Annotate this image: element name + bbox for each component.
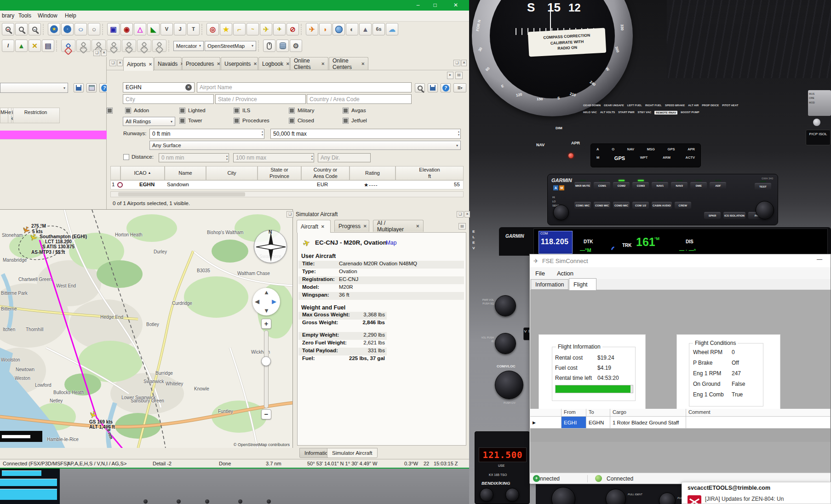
table-button[interactable] (86, 83, 97, 92)
audio-mic-button[interactable]: COM2 MIC (594, 202, 610, 209)
radio-knob[interactable] (606, 489, 626, 504)
close-tab-icon[interactable]: ✕ (217, 62, 220, 66)
flight-plan-icon[interactable]: ⌐ (233, 23, 246, 35)
menu-item[interactable]: Help (63, 12, 78, 19)
comment-cell[interactable] (686, 417, 831, 429)
zoom-in-icon[interactable]: + (2, 23, 14, 35)
zoom-out-button[interactable]: − (261, 409, 271, 419)
save-search-icon[interactable] (428, 83, 438, 92)
filter-select[interactable]: ▾ (0, 83, 68, 93)
minimize-button[interactable]: — (817, 256, 822, 263)
city-column-header[interactable]: City (206, 166, 258, 180)
selected-row[interactable] (0, 131, 107, 139)
runway-min-input[interactable]: 0 ft min ▴▾ (149, 129, 264, 139)
audio-button[interactable]: COM1 (594, 180, 610, 189)
float-panel-icon[interactable]: ❏ (453, 60, 460, 66)
search-tab[interactable]: Online Clients✕ (290, 57, 328, 70)
map-link[interactable]: Map (386, 240, 396, 246)
zoom-slider-track[interactable] (264, 330, 269, 408)
radio-knob[interactable] (551, 487, 575, 504)
filter-checkbox[interactable] (107, 108, 113, 114)
airport-msa-icon[interactable]: ✕ (29, 40, 41, 52)
close-tab-icon[interactable]: ✕ (363, 224, 367, 229)
terrain-icon[interactable]: ▲ (15, 40, 28, 52)
file-menu[interactable]: File (535, 270, 545, 277)
from-cell[interactable]: EGHI (562, 417, 586, 429)
projection-select[interactable]: Mercator▾ (173, 41, 204, 51)
audio-selector-knob[interactable] (756, 201, 774, 219)
zoom-in-button[interactable]: + (261, 319, 271, 329)
icao-column-header[interactable]: ICAO ▲ (120, 166, 165, 180)
military-checkbox[interactable] (289, 108, 295, 114)
country-input[interactable]: Country / Area Code (307, 94, 412, 104)
action-menu[interactable]: Action (557, 270, 573, 277)
menu-item[interactable]: Window (36, 12, 59, 19)
close-tab-icon[interactable]: ✕ (416, 224, 419, 229)
airspace-boundary-icon[interactable]: ▣ (107, 23, 120, 35)
surface-select[interactable]: Any Surface▾ (149, 141, 461, 150)
scrollbar-thumb[interactable] (118, 192, 245, 196)
tab-flight[interactable]: Flight (569, 278, 596, 290)
vor-icon[interactable]: ★ (48, 23, 60, 35)
hide-ai-icon[interactable]: ⊘ (287, 23, 299, 35)
audio-button[interactable]: NAV2 (671, 180, 688, 189)
title-bar[interactable]: – □ ✕ (0, 0, 469, 11)
zoom-slider-handle[interactable] (261, 356, 271, 366)
audio-button[interactable]: ADF (710, 180, 726, 189)
favorite-icon[interactable]: ★ (220, 23, 232, 35)
ai-aircraft-icon[interactable]: ✈ (306, 23, 318, 35)
procedures-checkbox[interactable] (234, 118, 240, 124)
close-panel-icon[interactable]: ✕ (461, 60, 467, 66)
float-panel-icon[interactable]: ❏ (93, 50, 100, 56)
search-run-icon[interactable] (415, 83, 425, 92)
audio-button[interactable]: NAV1 (652, 180, 668, 189)
airspace-link-button[interactable]: ICAO (76, 40, 91, 52)
row-selector-cell[interactable]: ▶ (530, 417, 562, 429)
ndb-icon[interactable]: ◦ (61, 23, 74, 35)
track-label-icon[interactable]: T (187, 23, 200, 35)
lighted-checkbox[interactable] (179, 108, 185, 114)
jet-airway-icon[interactable]: J (174, 23, 186, 35)
user-aircraft-icon[interactable]: ✈ (260, 23, 272, 35)
airport-icon[interactable]: ○ (88, 23, 100, 35)
kx165-knob-left[interactable] (480, 488, 493, 502)
close-panel-icon[interactable]: ✕ (117, 60, 123, 66)
elevation-column-header[interactable]: Elevation ft (395, 166, 464, 180)
audio-mic-button[interactable]: CABIN AUDIO (652, 202, 672, 209)
audio-button[interactable]: MKR MUTE (574, 180, 591, 189)
zoom-icon[interactable] (15, 23, 28, 35)
vol-sq-knob[interactable] (495, 295, 516, 316)
airspace-link-button[interactable]: SPEC (122, 40, 136, 52)
rating-column-header[interactable]: Rating (350, 166, 395, 180)
audio-mic-button[interactable]: CREW (675, 202, 691, 209)
mouse-settings-icon[interactable] (263, 40, 275, 52)
column-header[interactable]: MH (0, 108, 8, 123)
kx165-knob-right[interactable] (505, 488, 519, 502)
save-button[interactable] (74, 83, 84, 92)
tab-scroll-icon[interactable]: ▸ (447, 72, 453, 79)
aircraft-tab[interactable]: Aircraft✕ (297, 220, 331, 233)
state-column-header[interactable]: State or Province (258, 166, 301, 180)
aircraft-trail-icon[interactable]: ✈ (273, 23, 286, 35)
maximize-button[interactable]: □ (428, 0, 442, 11)
ils-checkbox[interactable] (234, 108, 240, 114)
to-column-header[interactable]: To (586, 409, 610, 417)
pan-right-icon[interactable]: ▶ (272, 298, 276, 305)
close-tab-icon[interactable]: ✕ (321, 224, 325, 229)
menu-item[interactable]: Tools (17, 12, 33, 19)
audio-button[interactable]: ICS ISOLATION (723, 212, 745, 219)
airspace-link-button[interactable]: RSTR (107, 40, 121, 52)
basemap-select[interactable]: OpenStreetMap▾ (205, 41, 256, 51)
msa-triangle-icon[interactable]: △ (134, 23, 146, 35)
search-tab[interactable]: Online Centers✕ (329, 57, 368, 70)
comment-column-header[interactable]: Comment (686, 409, 831, 417)
bottom-tab[interactable]: Simulator Aircraft (327, 448, 378, 458)
range-ring-icon[interactable]: ◎ (206, 23, 219, 35)
audio-test-button[interactable]: TEST (755, 181, 771, 190)
search-tab[interactable]: Navaids✕ (154, 57, 182, 70)
horizontal-scrollbar[interactable] (110, 191, 464, 197)
close-tab-icon[interactable]: ✕ (286, 62, 290, 66)
restricted-airspace-icon[interactable]: ◉ (120, 23, 133, 35)
victor-airway-icon[interactable]: V (160, 23, 173, 35)
audio-button[interactable]: DME (690, 180, 707, 189)
